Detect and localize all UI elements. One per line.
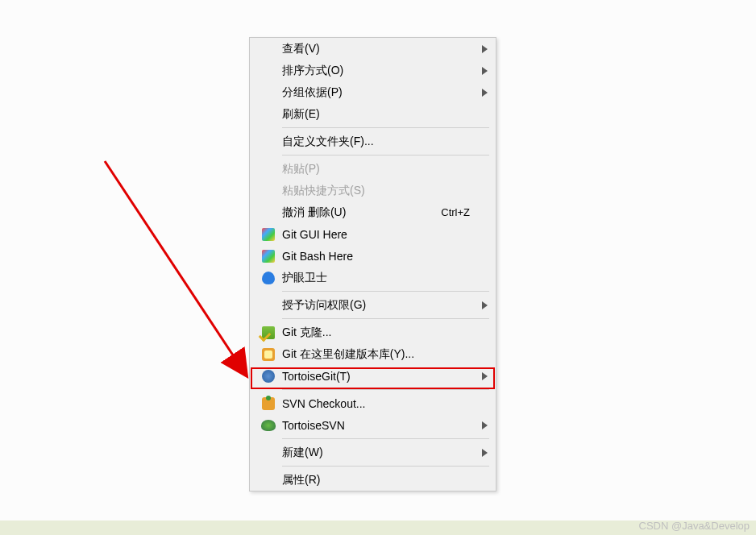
menu-git-clone[interactable]: Git 克隆... xyxy=(250,321,496,343)
chevron-right-icon xyxy=(482,372,488,380)
menu-label: Git GUI Here xyxy=(282,228,489,241)
menu-git-bash-here[interactable]: Git Bash Here xyxy=(250,245,496,267)
menu-label: TortoiseGit(T) xyxy=(282,370,489,383)
menu-git-gui-here[interactable]: Git GUI Here xyxy=(250,223,496,245)
menu-label: 排序方式(O) xyxy=(282,64,489,78)
clone-icon xyxy=(255,326,282,339)
menu-label: Git Bash Here xyxy=(282,250,489,263)
menu-label: 粘贴(P) xyxy=(282,162,489,176)
git-icon xyxy=(255,228,282,241)
menu-undo-delete[interactable]: 撤消 删除(U) Ctrl+Z xyxy=(250,201,496,223)
chevron-right-icon xyxy=(482,421,488,429)
divider xyxy=(282,127,489,128)
menu-label: 新建(W) xyxy=(282,446,489,460)
repository-icon xyxy=(255,348,282,361)
menu-label: SVN Checkout... xyxy=(282,397,489,410)
menu-label: 护眼卫士 xyxy=(282,271,489,285)
divider xyxy=(282,318,489,319)
menu-eye-guard[interactable]: 护眼卫士 xyxy=(250,267,496,288)
divider xyxy=(282,155,489,156)
tortoisegit-icon xyxy=(255,370,282,383)
menu-sort[interactable]: 排序方式(O) xyxy=(250,60,496,81)
chevron-right-icon xyxy=(482,89,488,97)
svn-checkout-icon xyxy=(255,397,282,410)
shield-icon xyxy=(255,272,282,284)
menu-paste: 粘贴(P) xyxy=(250,158,496,180)
menu-label: 自定义文件夹(F)... xyxy=(282,135,489,149)
arrow-annotation-icon xyxy=(97,153,274,387)
menu-label: 分组依据(P) xyxy=(282,85,489,100)
menu-label: 粘贴快捷方式(S) xyxy=(282,184,489,198)
divider xyxy=(282,389,489,390)
menu-group[interactable]: 分组依据(P) xyxy=(250,81,496,103)
chevron-right-icon xyxy=(482,45,488,53)
context-menu: 查看(V) 排序方式(O) 分组依据(P) 刷新(E) 自定义文件夹(F)...… xyxy=(249,37,496,491)
divider xyxy=(282,291,489,292)
watermark: CSDN @Java&Develop xyxy=(639,520,750,532)
chevron-right-icon xyxy=(482,67,488,75)
chevron-right-icon xyxy=(482,449,488,457)
svg-line-0 xyxy=(105,161,246,375)
menu-tortoise-svn[interactable]: TortoiseSVN xyxy=(250,414,496,436)
menu-label: Git 克隆... xyxy=(282,326,489,340)
tortoisesvn-icon xyxy=(255,420,282,431)
menu-svn-checkout[interactable]: SVN Checkout... xyxy=(250,392,496,414)
divider xyxy=(282,438,489,439)
menu-label: 撤消 删除(U) xyxy=(282,205,441,220)
menu-customize-folder[interactable]: 自定义文件夹(F)... xyxy=(250,131,496,152)
menu-label: 刷新(E) xyxy=(282,107,489,122)
shortcut: Ctrl+Z xyxy=(441,206,470,218)
menu-git-create-repo[interactable]: Git 在这里创建版本库(Y)... xyxy=(250,343,496,365)
chevron-right-icon xyxy=(482,301,488,309)
menu-label: 授予访问权限(G) xyxy=(282,298,489,313)
menu-label: TortoiseSVN xyxy=(282,419,489,432)
menu-tortoise-git[interactable]: TortoiseGit(T) xyxy=(250,365,496,387)
menu-view[interactable]: 查看(V) xyxy=(250,38,496,60)
menu-label: 查看(V) xyxy=(282,42,489,56)
menu-properties[interactable]: 属性(R) xyxy=(250,469,496,491)
menu-refresh[interactable]: 刷新(E) xyxy=(250,103,496,125)
git-icon xyxy=(255,250,282,263)
menu-paste-shortcut: 粘贴快捷方式(S) xyxy=(250,180,496,201)
divider xyxy=(282,466,489,467)
menu-grant-access[interactable]: 授予访问权限(G) xyxy=(250,294,496,316)
menu-label: Git 在这里创建版本库(Y)... xyxy=(282,347,489,362)
menu-label: 属性(R) xyxy=(282,473,489,487)
menu-new[interactable]: 新建(W) xyxy=(250,442,496,463)
